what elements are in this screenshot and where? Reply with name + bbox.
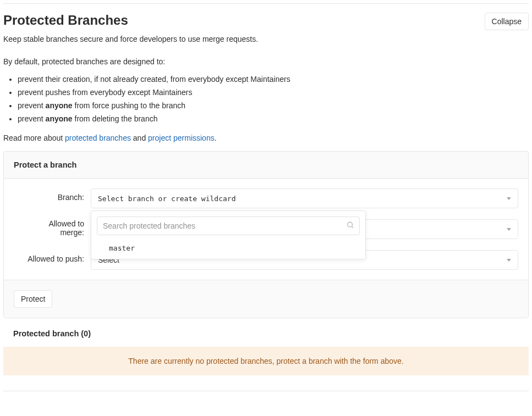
bottom-divider: [3, 391, 529, 391]
project-permissions-link[interactable]: project permissions: [148, 134, 215, 142]
bullet-strong: anyone: [46, 101, 73, 110]
branch-option-master[interactable]: master: [97, 241, 360, 253]
bullet-item: prevent anyone from deleting the branch: [18, 113, 529, 125]
chevron-down-icon: [507, 197, 511, 200]
branch-label: Branch:: [14, 188, 91, 202]
card-body: Branch: Select branch or create wildcard: [4, 179, 528, 280]
collapse-button[interactable]: Collapse: [485, 13, 529, 30]
bullet-text: from deleting the branch: [73, 114, 158, 123]
read-more-post: .: [215, 134, 217, 142]
bullet-item: prevent their creation, if not already c…: [18, 74, 529, 85]
read-more-text: Read more about protected branches and p…: [3, 134, 529, 142]
read-more-mid: and: [131, 134, 148, 142]
read-more-pre: Read more about: [3, 134, 65, 142]
intro-text: By default, protected branches are desig…: [3, 57, 529, 66]
chevron-down-icon: [507, 259, 511, 262]
protected-branches-link[interactable]: protected branches: [65, 134, 131, 142]
header-row: Protected Branches Collapse: [3, 13, 529, 34]
protect-button[interactable]: Protect: [14, 290, 52, 308]
bullet-list: prevent their creation, if not already c…: [18, 74, 529, 125]
branch-select[interactable]: Select branch or create wildcard: [91, 188, 518, 208]
bullet-text: prevent: [18, 114, 46, 123]
branch-search-input[interactable]: [97, 217, 360, 235]
bullet-text: from force pushing to the branch: [73, 101, 185, 110]
branch-row: Branch: Select branch or create wildcard: [14, 188, 518, 208]
card-header: Protect a branch: [4, 152, 528, 179]
branch-dropdown: master: [91, 210, 366, 259]
empty-state-message: There are currently no protected branche…: [3, 347, 529, 375]
search-wrap: [97, 217, 360, 235]
bullet-item: prevent anyone from force pushing to the…: [18, 100, 529, 112]
bullet-strong: anyone: [46, 114, 73, 123]
card-footer: Protect: [4, 280, 528, 318]
bullet-item: prevent pushes from everybody except Mai…: [18, 87, 529, 98]
protect-branch-card: Protect a branch Branch: Select branch o…: [3, 151, 529, 318]
push-label: Allowed to push:: [14, 250, 91, 263]
description-text: Keep stable branches secure and force de…: [3, 34, 529, 45]
chevron-down-icon: [507, 228, 511, 231]
top-divider: [3, 3, 529, 4]
branch-control-wrap: Select branch or create wildcard mas: [91, 188, 518, 208]
protected-list-header: Protected branch (0): [3, 318, 529, 347]
branch-select-text: Select branch or create wildcard: [98, 195, 235, 203]
page-title: Protected Branches: [3, 13, 128, 28]
merge-label-text: Allowed tomerge:: [14, 219, 84, 237]
bullet-text: prevent: [18, 101, 46, 110]
merge-label: Allowed tomerge:: [14, 219, 91, 237]
